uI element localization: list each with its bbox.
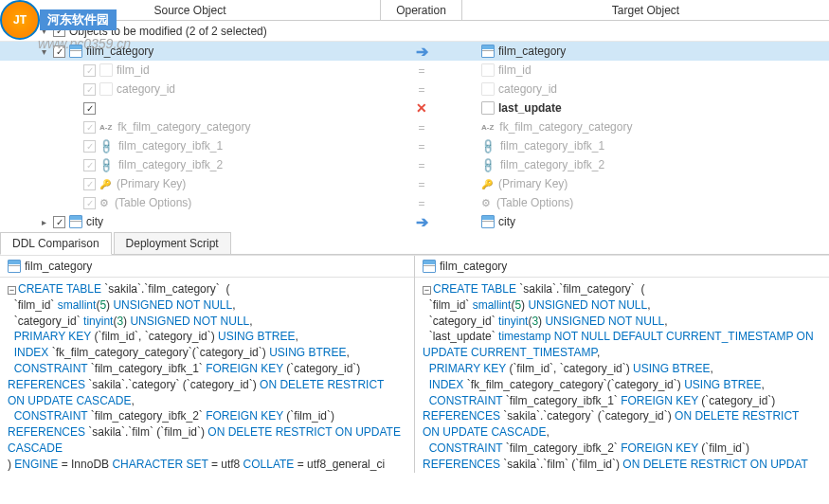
operation-cell: ✕ <box>381 100 462 116</box>
target-label: (Primary Key) <box>498 177 568 190</box>
column-icon <box>481 101 495 115</box>
table-icon <box>69 45 82 58</box>
expand-icon[interactable]: ▸ <box>38 216 49 227</box>
tree-row[interactable]: film_id = film_id <box>0 61 829 80</box>
options-icon: ⚙ <box>481 197 491 209</box>
target-label: fk_film_category_category <box>499 120 632 134</box>
target-label: film_id <box>498 63 532 77</box>
operation-cell: = <box>381 119 462 135</box>
table-icon <box>481 215 495 228</box>
foreign-key-icon: 🔗 <box>478 136 496 154</box>
operation-cell: ➔ <box>381 43 462 61</box>
ddl-right-title: film_category <box>440 260 507 273</box>
target-label: last_update <box>498 101 562 115</box>
tree-row[interactable]: category_id = category_id <box>0 80 829 99</box>
row-checkbox <box>83 159 96 171</box>
foreign-key-icon: 🔗 <box>97 155 115 173</box>
table-icon <box>481 45 495 58</box>
row-checkbox[interactable] <box>53 216 65 228</box>
tab-ddl-comparison[interactable]: DDL Comparison <box>0 232 112 255</box>
source-label: (Table Options) <box>115 196 191 209</box>
row-checkbox <box>83 83 96 96</box>
row-checkbox <box>83 64 96 77</box>
foreign-key-icon: 🔗 <box>97 136 115 154</box>
ddl-left-title: film_category <box>25 260 92 273</box>
row-checkbox[interactable] <box>83 102 96 115</box>
logo-icon: JT <box>0 0 40 40</box>
ddl-left-body[interactable]: −CREATE TABLE `sakila`.`film_category` (… <box>0 278 414 473</box>
table-icon <box>69 215 82 228</box>
target-label: category_id <box>498 82 557 96</box>
operation-cell: = <box>381 195 462 210</box>
target-label: film_category <box>498 45 566 58</box>
tree-row[interactable]: A-Z fk_film_category_category = A-Z fk_f… <box>0 117 829 136</box>
ddl-right-pane: film_category −CREATE TABLE `sakila`.`fi… <box>414 256 829 473</box>
tree-row[interactable]: 🔑 (Primary Key) = 🔑 (Primary Key) <box>0 174 829 193</box>
tree-row[interactable]: ⚙ (Table Options) = ⚙ (Table Options) <box>0 193 829 212</box>
row-checkbox <box>83 178 96 190</box>
ddl-right-body[interactable]: −CREATE TABLE `sakila`.`film_category` (… <box>415 278 829 473</box>
foreign-key-icon: 🔗 <box>478 155 496 173</box>
source-label: (Primary Key) <box>117 177 186 190</box>
operation-cell: = <box>381 63 462 78</box>
operation-cell: = <box>381 81 462 97</box>
source-label: city <box>86 215 103 228</box>
table-icon <box>8 260 21 273</box>
tree-row[interactable]: 🔗 film_category_ibfk_2 = 🔗 film_category… <box>0 155 829 174</box>
source-label: film_category_ibfk_2 <box>118 158 223 171</box>
table-icon <box>423 260 436 273</box>
index-icon: A-Z <box>99 123 112 132</box>
row-checkbox <box>83 197 96 209</box>
source-label: film_id <box>117 63 150 77</box>
primary-key-icon: 🔑 <box>99 179 111 189</box>
row-checkbox <box>83 121 96 134</box>
tab-deployment-script[interactable]: Deployment Script <box>114 232 231 254</box>
fold-icon[interactable]: − <box>423 286 431 295</box>
source-label: film_category_ibfk_1 <box>118 139 223 153</box>
index-icon: A-Z <box>481 123 494 132</box>
column-icon <box>481 63 495 77</box>
target-label: film_category_ibfk_1 <box>500 139 604 153</box>
tree-row[interactable]: ▸ city ➔ city <box>0 212 829 231</box>
source-label: fk_film_category_category <box>117 120 250 134</box>
ddl-left-pane: film_category −CREATE TABLE `sakila`.`fi… <box>0 256 414 473</box>
column-icon <box>99 63 113 77</box>
column-icon <box>481 82 495 96</box>
fold-icon[interactable]: − <box>8 286 16 295</box>
operation-cell: = <box>381 176 462 191</box>
col-header-operation[interactable]: Operation <box>381 0 462 20</box>
logo-text: 河东软件园 <box>40 9 117 30</box>
source-label: category_id <box>117 82 175 96</box>
site-watermark: JT 河东软件园 <box>0 0 117 40</box>
row-checkbox <box>83 140 96 153</box>
tree-row[interactable]: 🔗 film_category_ibfk_1 = 🔗 film_category… <box>0 136 829 155</box>
tree-row[interactable]: ✕ last_update <box>0 99 829 117</box>
operation-cell: = <box>381 138 462 153</box>
target-label: film_category_ibfk_2 <box>500 158 604 171</box>
column-header-row: Source Object Operation Target Object <box>0 0 829 21</box>
primary-key-icon: 🔑 <box>481 179 493 189</box>
tabs-bar: DDL Comparison Deployment Script <box>0 232 829 255</box>
target-label: city <box>498 215 515 228</box>
operation-cell: ➔ <box>381 213 462 231</box>
options-icon: ⚙ <box>99 197 109 209</box>
operation-cell: = <box>381 157 462 172</box>
col-header-target[interactable]: Target Object <box>462 0 829 20</box>
column-icon <box>99 82 113 96</box>
target-label: (Table Options) <box>496 196 573 209</box>
